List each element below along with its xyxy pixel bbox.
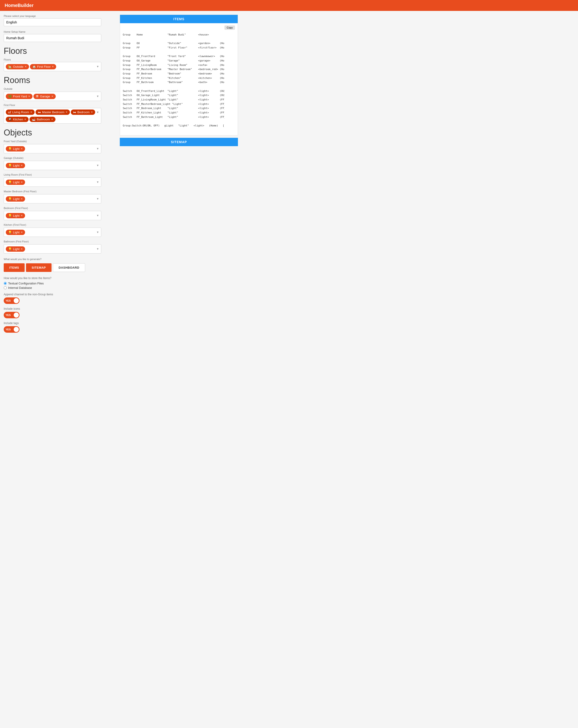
object-frontyard-section: Front Yard (Outside) 💡 Light ✕ ▼ bbox=[4, 140, 115, 153]
garage-light-tag[interactable]: 💡 Light ✕ bbox=[6, 163, 25, 168]
items-row-ff-bedroom: Group FF_Bedroom "Bedroom" <bedroom> (Ho… bbox=[123, 72, 224, 75]
remove-garage-btn[interactable]: ✕ bbox=[51, 95, 53, 98]
copy-button[interactable]: Copy bbox=[224, 26, 235, 30]
items-row-home: Group Home "Rumah Budi" <house> bbox=[123, 33, 209, 36]
items-panel-header: ITEMS bbox=[120, 15, 238, 23]
bedroom-light-icon: 💡 bbox=[8, 214, 12, 217]
dashboard-button[interactable]: DASHBOARD bbox=[53, 263, 85, 272]
bathroom-objects-dropdown[interactable]: ▼ bbox=[96, 247, 99, 251]
include-tags-section: Include tags YES bbox=[4, 321, 115, 333]
outside-rooms-dropdown-arrow[interactable]: ▼ bbox=[96, 95, 99, 98]
frontyard-objects-dropdown[interactable]: ▼ bbox=[96, 147, 99, 150]
language-label: Please select your language bbox=[4, 15, 115, 18]
remove-frontyard-btn[interactable]: ✕ bbox=[28, 95, 30, 98]
remove-garage-light-btn[interactable]: ✕ bbox=[21, 164, 23, 167]
object-frontyard-label: Front Yard (Outside) bbox=[4, 140, 115, 143]
append-channel-label: Append channel to the non-Group items bbox=[4, 293, 115, 296]
garage-objects-dropdown[interactable]: ▼ bbox=[96, 164, 99, 167]
object-garage-section: Garage (Outside) 💡 Light ✕ ▼ bbox=[4, 157, 115, 170]
remove-kitchen-light-btn[interactable]: ✕ bbox=[21, 231, 23, 234]
items-row-ff-livingroom: Group FF_LivingRoom "Living Room" <sofa>… bbox=[123, 63, 224, 67]
floor-tag-outside-label: Outside bbox=[13, 65, 23, 69]
floors-dropdown-arrow[interactable]: ▼ bbox=[96, 65, 99, 68]
room-tag-bathroom[interactable]: 🛁 Bathroom ✕ bbox=[29, 117, 55, 122]
storage-database-option: Internal Database bbox=[4, 286, 115, 289]
room-tag-garage[interactable]: 🏚 Garage ✕ bbox=[33, 94, 55, 99]
include-icons-toggle[interactable]: YES bbox=[4, 312, 20, 318]
items-row-sw-livingroom: Switch FF_LivingRoom_Light "Light" <ligh… bbox=[123, 98, 224, 101]
firstfloor-icon: 🏠 bbox=[32, 65, 36, 69]
kitchen-objects-dropdown[interactable]: ▼ bbox=[96, 231, 99, 234]
object-masterbedroom-label: Master Bedroom (First Floor) bbox=[4, 190, 115, 193]
masterbedroom-light-tag[interactable]: 💡 Light ✕ bbox=[6, 196, 25, 202]
home-setup-input[interactable] bbox=[4, 34, 101, 42]
livingroom-light-tag[interactable]: 💡 Light ✕ bbox=[6, 180, 25, 185]
language-input[interactable] bbox=[4, 18, 101, 26]
masterbedroom-objects-container: 💡 Light ✕ ▼ bbox=[4, 194, 101, 204]
bathroom-light-label: Light bbox=[13, 247, 20, 251]
include-tags-toggle[interactable]: YES bbox=[4, 326, 20, 333]
remove-bedroom-light-btn[interactable]: ✕ bbox=[21, 214, 23, 217]
floor-tag-outside[interactable]: 🏡 Outside ✕ bbox=[6, 64, 29, 69]
items-row-sw-bathroom: Switch FF_Bathroom_Light "Light" <light>… bbox=[123, 115, 224, 119]
include-icons-thumb bbox=[14, 312, 19, 318]
floors-title: Floors bbox=[4, 46, 115, 56]
storage-textual-radio[interactable] bbox=[4, 282, 7, 285]
items-row-sw-frontyard: Switch OU_FrontYard_Light "Light" <light… bbox=[123, 89, 224, 93]
object-bathroom-label: Bathroom (First Floor) bbox=[4, 240, 115, 243]
room-tag-bedroom[interactable]: 🛏 Bedroom ✕ bbox=[71, 109, 95, 115]
append-channel-toggle[interactable]: YES bbox=[4, 297, 20, 304]
storage-database-radio[interactable] bbox=[4, 286, 7, 289]
room-tag-kitchen[interactable]: 🍳 Kitchen ✕ bbox=[6, 117, 29, 122]
storage-label: How would you like to store the Items? bbox=[4, 277, 115, 280]
frontyard-objects-container: 💡 Light ✕ ▼ bbox=[4, 144, 101, 153]
frontyard-light-tag[interactable]: 💡 Light ✕ bbox=[6, 146, 25, 152]
remove-masterbedroom-light-btn[interactable]: ✕ bbox=[21, 198, 23, 201]
room-tag-frontyard[interactable]: 🌿 Front Yard ✕ bbox=[6, 94, 32, 99]
frontyard-icon: 🌿 bbox=[8, 95, 12, 98]
items-row-ou-frontyard: Group OU_FrontYard "Front Yard" <lawnmow… bbox=[123, 55, 224, 58]
room-tag-masterbedroom[interactable]: 🛏 Master Bedroom ✕ bbox=[35, 109, 70, 115]
bedroom-objects-dropdown[interactable]: ▼ bbox=[96, 214, 99, 217]
left-panel: Please select your language Home Setup N… bbox=[4, 15, 115, 336]
remove-masterbedroom-btn[interactable]: ✕ bbox=[66, 111, 68, 114]
firstfloor-rooms-dropdown-arrow[interactable]: ▼ bbox=[96, 111, 99, 114]
append-channel-thumb bbox=[14, 298, 19, 303]
items-row-ff-kitchen: Group FF_Kitchen "Kitchen" <kitchen> (Ho… bbox=[123, 77, 224, 80]
remove-frontyard-light-btn[interactable]: ✕ bbox=[21, 147, 23, 150]
kitchen-light-tag[interactable]: 💡 Light ✕ bbox=[6, 230, 25, 235]
items-button[interactable]: ITEMS bbox=[4, 263, 25, 272]
remove-livingroom-btn[interactable]: ✕ bbox=[30, 111, 32, 114]
object-bedroom-section: Bedroom (First Floor) 💡 Light ✕ ▼ bbox=[4, 207, 115, 220]
bathroom-light-tag[interactable]: 💡 Light ✕ bbox=[6, 246, 25, 252]
bedroom-light-tag[interactable]: 💡 Light ✕ bbox=[6, 213, 25, 218]
app-header: HomeBuilder bbox=[0, 0, 578, 11]
items-row-ou: Group OU "Outside" <garden> (Hor bbox=[123, 42, 224, 45]
storage-textual-option: Textual Configuration Files bbox=[4, 282, 115, 285]
remove-bedroom-btn[interactable]: ✕ bbox=[91, 111, 93, 114]
home-setup-label: Home Setup Name bbox=[4, 30, 115, 33]
object-garage-label: Garage (Outside) bbox=[4, 157, 115, 159]
bathroom-light-icon: 💡 bbox=[8, 247, 12, 251]
generate-label: What would you like to generate? bbox=[4, 258, 115, 261]
livingroom-objects-dropdown[interactable]: ▼ bbox=[96, 181, 99, 184]
garage-icon: 🏚 bbox=[36, 95, 39, 98]
room-tag-livingroom[interactable]: 🛋 Living Room ✕ bbox=[6, 109, 34, 115]
remove-firstfloor-btn[interactable]: ✕ bbox=[52, 65, 54, 68]
bathroom-icon: 🛁 bbox=[32, 118, 35, 121]
remove-kitchen-btn[interactable]: ✕ bbox=[24, 118, 26, 121]
items-row-sw-bedroom: Switch FF_Bedroom_Light "Light" <light> … bbox=[123, 107, 224, 110]
remove-outside-btn[interactable]: ✕ bbox=[25, 65, 27, 68]
app-title: HomeBuilder bbox=[5, 3, 33, 8]
floor-tag-firstfloor[interactable]: 🏠 First Floor ✕ bbox=[30, 64, 56, 69]
bedroom-icon: 🛏 bbox=[73, 110, 76, 114]
remove-bathroom-btn[interactable]: ✕ bbox=[51, 118, 53, 121]
rooms-section: Rooms Outside 🌿 Front Yard ✕ 🏚 Garage ✕ … bbox=[4, 75, 115, 124]
bedroom-light-label: Light bbox=[13, 214, 20, 217]
language-section: Please select your language bbox=[4, 15, 115, 26]
remove-bathroom-light-btn[interactable]: ✕ bbox=[21, 248, 23, 251]
masterbedroom-objects-dropdown[interactable]: ▼ bbox=[96, 197, 99, 201]
rooms-title: Rooms bbox=[4, 75, 115, 85]
sitemap-button[interactable]: SITEMAP bbox=[26, 263, 51, 272]
remove-livingroom-light-btn[interactable]: ✕ bbox=[21, 181, 23, 184]
